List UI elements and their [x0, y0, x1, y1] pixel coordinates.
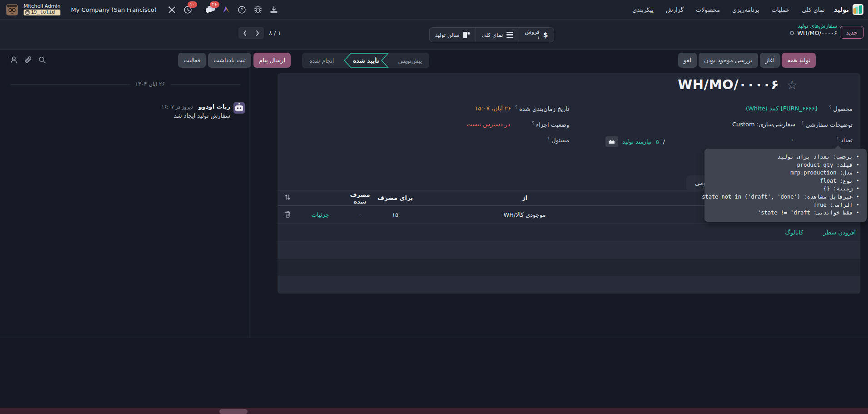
forecast-chart-button[interactable] — [605, 136, 618, 147]
breadcrumb-record: WH/MO/۰۰۰۰۶ — [797, 30, 837, 36]
tooltip-invisible-line: غیرقابل مشاهده: state not in ('draft', '… — [709, 193, 859, 201]
action-buttons: تولید همه آغاز بررسی موجود بودن لغو — [702, 53, 816, 68]
check-availability-button[interactable]: بررسی موجود بودن — [699, 53, 758, 68]
navbar-systray: Mitchell Admin 19_tolid My Company (San … — [0, 0, 285, 19]
activities-clock-icon[interactable]: ۱۰ — [183, 5, 193, 15]
trash-icon — [285, 211, 291, 218]
cell-to-consume[interactable]: ۱۵ — [377, 211, 413, 218]
overview-label: نمای کلی — [481, 32, 503, 38]
bottom-empty-zone — [0, 338, 868, 408]
manufacturing-app-icon[interactable] — [853, 4, 863, 15]
cell-from-location[interactable]: WH/موجودی کالا — [413, 211, 636, 218]
pager-next-button[interactable] — [251, 27, 264, 39]
components-status-value: در دسترس نیست — [466, 121, 510, 128]
area-chart-icon — [608, 139, 615, 144]
paperclip-icon — [25, 56, 32, 64]
chatter-topbar-icons: ۰ — [7, 56, 46, 64]
shopfloor-label: سالن تولید — [435, 32, 459, 38]
empty-row-stripe — [278, 259, 860, 276]
odoobot-avatar[interactable] — [233, 102, 245, 114]
followers-button[interactable]: ۰ — [7, 56, 18, 64]
messages-icon[interactable]: ۲۶ — [205, 5, 215, 15]
navbar-menus: تولید نمای کلی عملیات برنامه‌ریزی محصولا… — [628, 0, 868, 19]
menu-planning[interactable]: برنامه‌ریزی — [732, 6, 759, 13]
company-switcher[interactable]: My Company (San Francisco) — [71, 6, 156, 13]
new-record-button[interactable]: جدید — [840, 26, 864, 39]
user-block[interactable]: Mitchell Admin 19_tolid — [24, 4, 60, 15]
chatter-form-divider — [249, 50, 249, 338]
message-header: ربات اودوو دیروز در ۱۶:۰۷ — [136, 102, 230, 110]
catalog-link[interactable]: کاتالوگ — [785, 229, 803, 236]
product-field-value[interactable]: [FURN_۶۶۶۶] کمد (White) — [746, 105, 817, 112]
empty-row-stripe — [278, 276, 860, 294]
user-avatar[interactable] — [6, 4, 18, 15]
menu-overview[interactable]: نمای کلی — [802, 6, 825, 13]
row-details-link[interactable]: جزئیات — [298, 211, 343, 218]
pager-previous-button[interactable] — [238, 27, 251, 39]
menu-configuration[interactable]: پیکربندی — [632, 6, 653, 13]
optional-columns-button[interactable] — [278, 194, 298, 202]
search-messages-button[interactable] — [39, 56, 46, 64]
list-icon — [506, 32, 513, 38]
message-body: سفارش تولید ایجاد شد — [136, 112, 230, 119]
add-line-link[interactable]: افزودن سطر — [823, 229, 856, 236]
tooltip-type-line: نوع: float — [709, 177, 859, 185]
scheduled-date-label: تاریخ زمان‌بندی شده؟ — [515, 105, 569, 112]
cancel-button[interactable]: لغو — [678, 53, 697, 68]
start-button[interactable]: آغاز — [760, 53, 780, 68]
produce-all-button[interactable]: تولید همه — [782, 53, 816, 68]
log-note-button[interactable]: ثبت یادداشت — [208, 53, 251, 68]
dollar-icon: $ — [543, 31, 548, 39]
pager: ۱ / ۸ — [238, 27, 281, 39]
column-header-to-consume[interactable]: برای مصرف — [377, 195, 413, 201]
bug-debug-icon[interactable] — [253, 5, 263, 15]
row-delete-button[interactable] — [278, 211, 298, 219]
column-header-from[interactable]: از — [413, 195, 636, 201]
follower-person-icon — [10, 56, 18, 64]
to-produce-group: / ۵ نیازمند تولید — [605, 136, 665, 147]
components-status-label: وضعیت اجزاء؟ — [532, 121, 569, 128]
shopfloor-button[interactable]: سالن تولید — [430, 28, 476, 42]
database-icon — [25, 10, 30, 15]
title-row: ☆ WH/MO/۰۰۰۰۶ — [678, 77, 798, 92]
main-menu: نمای کلی عملیات برنامه‌ریزی محصولات گزار… — [632, 6, 825, 13]
ai-icon[interactable] — [221, 5, 231, 15]
quantity-field-value[interactable]: ۰ — [791, 136, 794, 143]
attachments-button[interactable] — [25, 56, 32, 64]
help-icon[interactable]: ? — [237, 5, 247, 15]
shopfloor-icon — [463, 31, 470, 39]
date-divider-text: ۲۶ آبان ۱۴۰۴ — [130, 81, 170, 87]
status-step-draft[interactable]: پیش‌نویس — [394, 57, 426, 64]
install-download-icon[interactable] — [269, 5, 279, 15]
menu-products[interactable]: محصولات — [696, 6, 720, 13]
menu-reporting[interactable]: گزارش — [666, 6, 684, 13]
field-debug-tooltip: برچسب: تعداد برای تولید فیلد: product_qt… — [704, 149, 867, 222]
to-produce-label[interactable]: نیازمند تولید — [622, 138, 652, 145]
overview-button[interactable]: نمای کلی — [476, 28, 519, 42]
taskbar-active-item[interactable] — [219, 409, 248, 414]
column-header-consumed[interactable]: مصرف شده — [343, 191, 377, 205]
send-message-button[interactable]: ارسال پیام — [253, 53, 291, 68]
cell-consumed[interactable]: ۰ — [343, 212, 377, 218]
status-step-done[interactable]: انجام شده — [306, 57, 337, 64]
custom-description-value[interactable]: سفارشی‌سازی: Custom — [732, 121, 795, 128]
tooltip-required-line: الزامی: True — [709, 201, 859, 209]
empty-row-stripe — [278, 241, 860, 259]
app-name[interactable]: تولید — [834, 6, 849, 13]
breadcrumb-parent[interactable]: سفارش‌های تولید — [789, 23, 837, 29]
message-author[interactable]: ربات اودوو — [198, 103, 230, 110]
menu-operations[interactable]: عملیات — [771, 6, 789, 13]
gear-icon[interactable]: ⚙ — [789, 30, 795, 36]
search-icon — [39, 56, 46, 64]
activity-button[interactable]: فعالیت — [178, 53, 206, 68]
sales-smart-button[interactable]: $ فروش ۱ — [519, 28, 553, 42]
message-timestamp: دیروز در ۱۶:۰۷ — [161, 104, 193, 110]
tooltip-model-line: مدل: mrp.production — [709, 169, 859, 177]
tools-icon[interactable] — [167, 5, 177, 15]
favorite-star-icon[interactable]: ☆ — [787, 79, 798, 91]
scheduled-date-value[interactable]: ۲۶ آبان، ۱۵:۰۷ — [475, 105, 511, 112]
activities-count-badge: ۱۰ — [188, 1, 197, 8]
status-step-confirmed-active[interactable]: تأیید شده — [343, 53, 389, 68]
followers-count: ۰ — [7, 55, 10, 59]
adjust-columns-icon — [284, 194, 291, 200]
